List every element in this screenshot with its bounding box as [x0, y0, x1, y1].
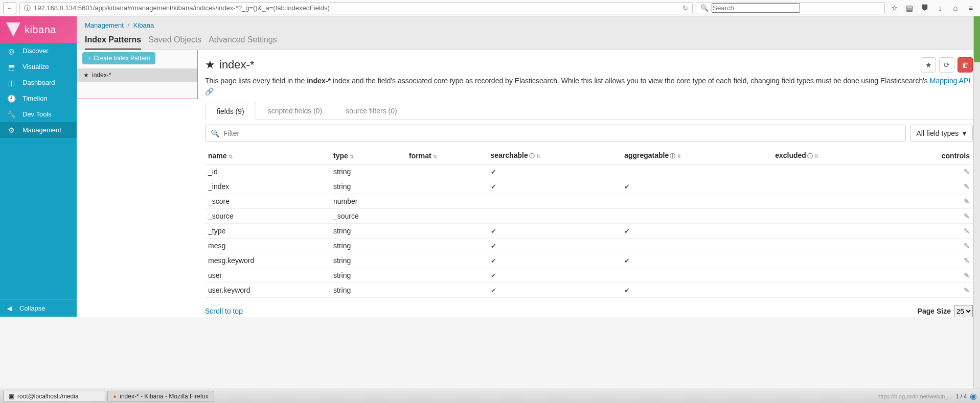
tab-saved-objects[interactable]: Saved Objects	[148, 32, 201, 50]
tray-icon[interactable]: ◉	[970, 391, 977, 401]
terminal-icon: ▣	[9, 393, 14, 400]
taskbar-firefox[interactable]: ● index-* - Kibana - Mozilla Firefox	[107, 391, 214, 402]
cell-format	[406, 224, 487, 239]
page-header: Management / Kibana Index PatternsSaved …	[77, 16, 980, 50]
cell-format	[406, 253, 487, 268]
table-row: user.keywordstring✔✔✎	[205, 283, 973, 298]
cell-aggregatable: ✔	[621, 283, 772, 298]
breadcrumb-kibana[interactable]: Kibana	[133, 21, 154, 29]
menu-icon[interactable]: ≡	[965, 2, 977, 14]
edit-icon[interactable]: ✎	[964, 168, 970, 176]
cell-controls: ✎	[891, 239, 973, 253]
cell-aggregatable	[621, 268, 772, 283]
sidebar-item-discover[interactable]: ◎Discover	[0, 43, 77, 59]
bookmark-icon[interactable]: ☆	[888, 2, 900, 14]
check-icon: ✔	[491, 242, 496, 250]
tab-index-patterns[interactable]: Index Patterns	[85, 32, 141, 50]
taskbar-right: https://blog.csdn.net/weixin_... 1 / 4 ◉	[877, 391, 977, 401]
cell-excluded	[772, 164, 891, 179]
brand-logo[interactable]: kibana	[0, 16, 77, 43]
edit-icon[interactable]: ✎	[964, 197, 970, 205]
cell-controls: ✎	[891, 268, 973, 283]
cell-type: string	[330, 239, 406, 253]
create-label: Create Index Pattern	[94, 55, 150, 62]
star-icon: ★	[83, 72, 89, 79]
cell-controls: ✎	[891, 164, 973, 179]
sidebar-item-visualize[interactable]: ⬒Visualize	[0, 59, 77, 75]
browser-search[interactable]: 🔍	[696, 2, 885, 14]
sidebar-item-devtools[interactable]: 🔧Dev Tools	[0, 106, 77, 122]
collapse-button[interactable]: ◀ Collapse	[0, 299, 77, 317]
content-tab[interactable]: source filters (0)	[334, 102, 408, 119]
col-excluded[interactable]: excludedⓘ⇅	[772, 147, 891, 164]
page-size-select[interactable]: 25	[954, 305, 973, 317]
cell-type: _source	[330, 209, 406, 224]
table-row: _indexstring✔✔✎	[205, 179, 973, 194]
search-icon: 🔍	[700, 4, 709, 12]
back-button[interactable]: ←	[3, 2, 16, 14]
cell-aggregatable	[621, 239, 772, 253]
cell-aggregatable: ✔	[621, 253, 772, 268]
cell-name: _type	[205, 224, 330, 239]
firefox-icon: ●	[113, 393, 117, 400]
sidebar-item-label: Dev Tools	[22, 110, 52, 118]
library-icon[interactable]: ▤	[903, 2, 916, 14]
reload-icon[interactable]: ↻	[682, 4, 688, 12]
cell-excluded	[772, 224, 891, 239]
table-row: mesgstring✔✎	[205, 239, 973, 253]
cell-name: mesg	[205, 239, 330, 253]
filter-input-wrap[interactable]: 🔍	[205, 125, 906, 142]
check-icon: ✔	[491, 168, 496, 176]
check-icon: ✔	[491, 287, 496, 294]
scrollbar-thumb[interactable]	[974, 16, 980, 62]
cell-type: number	[330, 194, 406, 209]
refresh-button[interactable]: ⟳	[939, 57, 954, 73]
cell-searchable: ✔	[488, 239, 622, 253]
url-text: 192.168.8.134:5601/app/kibana#/managemen…	[34, 4, 330, 12]
edit-icon[interactable]: ✎	[964, 182, 970, 191]
col-searchable[interactable]: searchableⓘ⇅	[488, 147, 622, 164]
edit-icon[interactable]: ✎	[964, 271, 970, 279]
col-name[interactable]: name⇅	[205, 147, 330, 164]
cell-excluded	[772, 209, 891, 224]
content-tab[interactable]: fields (9)	[205, 103, 256, 120]
cell-name: user	[205, 268, 330, 283]
table-row: userstring✔✎	[205, 268, 973, 283]
tab-advanced-settings[interactable]: Advanced Settings	[209, 32, 277, 50]
search-icon: 🔍	[211, 129, 219, 137]
url-bar[interactable]: ⓘ 192.168.8.134:5601/app/kibana#/managem…	[19, 2, 693, 14]
col-type[interactable]: type⇅	[330, 147, 406, 164]
home-icon[interactable]: ⌂	[949, 2, 962, 14]
set-default-button[interactable]: ★	[921, 57, 936, 73]
edit-icon[interactable]: ✎	[964, 212, 970, 220]
edit-icon[interactable]: ✎	[964, 256, 970, 265]
sidebar-item-timelion[interactable]: 🕘Timelion	[0, 90, 77, 106]
pocket-icon[interactable]: ⛊	[919, 2, 931, 14]
filter-input[interactable]	[223, 129, 900, 137]
sidebar-item-dashboard[interactable]: ◫Dashboard	[0, 75, 77, 90]
check-icon: ✔	[491, 272, 496, 279]
create-index-pattern-button[interactable]: + Create Index Pattern	[82, 52, 155, 64]
sidebar-item-management[interactable]: ⚙Management	[0, 122, 77, 138]
col-controls: controls	[891, 147, 973, 164]
delete-button[interactable]: 🗑	[958, 57, 973, 73]
taskbar-terminal[interactable]: ▣ root@localhost:/media	[3, 391, 105, 402]
edit-icon[interactable]: ✎	[964, 227, 970, 235]
brand-text: kibana	[25, 24, 56, 36]
browser-search-input[interactable]	[712, 3, 800, 13]
edit-icon[interactable]: ✎	[964, 242, 970, 250]
cell-controls: ✎	[891, 209, 973, 224]
col-format[interactable]: format⇅	[406, 147, 487, 164]
col-aggregatable[interactable]: aggregatableⓘ⇅	[621, 147, 772, 164]
downloads-icon[interactable]: ↓	[934, 2, 946, 14]
field-types-dropdown[interactable]: All field types ▾	[910, 125, 973, 142]
cell-aggregatable: ✔	[621, 224, 772, 239]
scroll-to-top-link[interactable]: Scroll to top	[205, 307, 243, 315]
content-tab[interactable]: scripted fields (0)	[256, 102, 334, 119]
cell-type: string	[330, 164, 406, 179]
edit-icon[interactable]: ✎	[964, 286, 970, 294]
dashboard-icon: ◫	[7, 79, 15, 87]
index-pattern-item[interactable]: ★index-*	[77, 68, 197, 82]
browser-scrollbar[interactable]	[973, 16, 980, 389]
breadcrumb-management[interactable]: Management	[85, 21, 124, 29]
